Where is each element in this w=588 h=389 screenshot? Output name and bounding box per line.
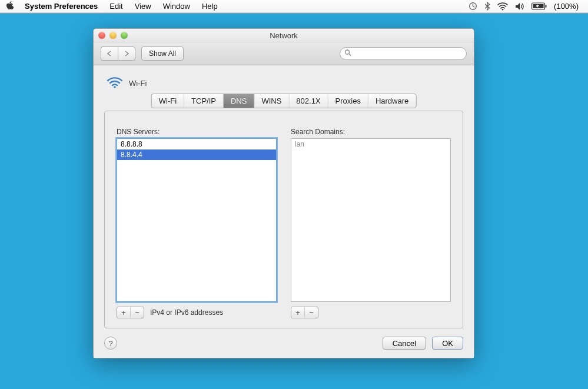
wifi-status-icon[interactable]	[494, 2, 511, 11]
add-domain-button[interactable]: +	[291, 307, 305, 318]
forward-button[interactable]	[118, 46, 135, 61]
svg-point-1	[502, 9, 504, 11]
tab-proxies[interactable]: Proxies	[328, 94, 368, 108]
window-title: Network	[94, 31, 474, 40]
volume-icon[interactable]	[511, 2, 528, 11]
tab-hardware[interactable]: Hardware	[368, 94, 416, 108]
dns-hint: IPv4 or IPv6 addresses	[150, 308, 223, 317]
remove-domain-button[interactable]: −	[305, 307, 318, 318]
svg-point-5	[346, 50, 350, 54]
search-domains-label: Search Domains:	[291, 128, 451, 136]
help-button[interactable]: ?	[104, 337, 117, 350]
network-window: Network Show All Wi-Fi Wi-Fi TCP/IP DNS …	[93, 28, 474, 358]
battery-percent: (100%)	[550, 2, 582, 11]
timemachine-icon[interactable]	[465, 2, 481, 11]
menu-help[interactable]: Help	[196, 0, 224, 12]
dns-servers-label: DNS Servers:	[117, 128, 277, 136]
tab-8021x[interactable]: 802.1X	[289, 94, 328, 108]
menu-window[interactable]: Window	[157, 0, 196, 12]
add-server-button[interactable]: +	[117, 307, 131, 318]
minimize-icon[interactable]	[109, 32, 117, 39]
back-button[interactable]	[101, 46, 118, 61]
menu-edit[interactable]: Edit	[104, 0, 128, 12]
tabstrip: Wi-Fi TCP/IP DNS WINS 802.1X Proxies Har…	[151, 94, 417, 108]
bluetooth-icon[interactable]	[481, 2, 494, 11]
zoom-icon[interactable]	[121, 32, 128, 39]
svg-rect-3	[546, 5, 547, 8]
tab-dns[interactable]: DNS	[224, 94, 254, 108]
svg-point-6	[114, 86, 116, 88]
list-item[interactable]: lan	[291, 139, 450, 149]
tab-wins[interactable]: WINS	[254, 94, 289, 108]
titlebar[interactable]: Network	[94, 29, 474, 42]
list-item[interactable]: 8.8.8.8	[117, 139, 276, 149]
dns-servers-list[interactable]: 8.8.8.8 8.8.4.4	[117, 138, 277, 302]
remove-server-button[interactable]: −	[131, 307, 144, 318]
list-item[interactable]: 8.8.4.4	[117, 149, 276, 160]
ok-button[interactable]: OK	[432, 337, 463, 350]
dns-panel: DNS Servers: 8.8.8.8 8.8.4.4 + − IPv4 or…	[104, 111, 463, 328]
tab-tcpip[interactable]: TCP/IP	[184, 94, 224, 108]
search-domains-list[interactable]: lan	[291, 138, 451, 302]
menubar: System Preferences Edit View Window Help…	[0, 0, 588, 13]
menu-app-name[interactable]: System Preferences	[19, 0, 104, 12]
menu-view[interactable]: View	[129, 0, 157, 12]
page-title: Wi-Fi	[129, 79, 147, 88]
wifi-icon	[107, 76, 123, 91]
close-icon[interactable]	[98, 32, 105, 39]
cancel-button[interactable]: Cancel	[383, 337, 426, 350]
search-icon	[344, 49, 351, 58]
tab-wifi[interactable]: Wi-Fi	[152, 94, 184, 108]
apple-icon[interactable]	[6, 1, 19, 12]
show-all-button[interactable]: Show All	[141, 46, 184, 61]
search-input[interactable]	[340, 47, 467, 60]
toolbar: Show All	[94, 42, 474, 65]
battery-icon[interactable]	[528, 2, 550, 10]
